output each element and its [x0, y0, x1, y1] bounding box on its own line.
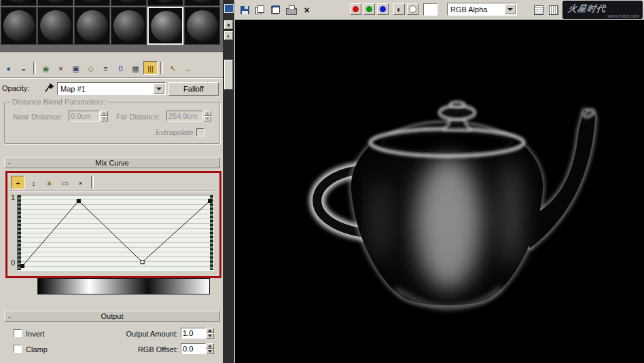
material-slot[interactable]	[147, 7, 183, 45]
material-slot[interactable]	[1, 0, 37, 6]
clear-icon[interactable]: ×	[300, 4, 313, 16]
show-end-result-icon[interactable]: |||	[143, 61, 158, 75]
material-slot[interactable]	[37, 0, 73, 6]
material-slot[interactable]	[74, 7, 110, 45]
clamp-label: Clamp	[26, 345, 48, 354]
render-viewport	[235, 20, 644, 363]
mix-curve-svg	[18, 195, 213, 270]
print-image-icon[interactable]	[285, 4, 298, 16]
go-forward-sibling-icon[interactable]: →	[181, 61, 195, 75]
rendered-frame-window: × ◐ RGB Alpha 火星时代 www.hxsd.com	[234, 0, 644, 363]
material-sphere-preview	[150, 0, 181, 3]
near-distance-spinner[interactable]	[101, 111, 108, 121]
distance-blend-group: Distance Blend Parameters: Near Distance…	[4, 102, 220, 144]
rgb-offset-spinner[interactable]	[207, 343, 214, 354]
add-point-icon[interactable]: ∗	[42, 176, 56, 189]
delete-point-icon[interactable]: ▭	[58, 176, 72, 189]
material-id-channel-icon[interactable]: 0	[113, 61, 128, 75]
sample-type-button[interactable]: ●	[224, 20, 233, 29]
make-unique-icon[interactable]: ◇	[84, 61, 98, 75]
eyedropper-icon[interactable]	[43, 81, 54, 95]
teapot-render	[277, 50, 610, 342]
put-to-library-icon[interactable]: ≡	[99, 61, 113, 75]
material-editor-panel: ●◒◉×▣◇≡0▦|||↖→ Opacity: Map #1 Falloff D…	[0, 0, 223, 363]
toolbar-divider	[0, 77, 223, 79]
output-rollout[interactable]: - Output	[4, 311, 220, 322]
material-sphere-preview	[40, 10, 71, 41]
reset-map-icon[interactable]: ×	[54, 61, 68, 75]
blue-channel-button[interactable]	[377, 3, 389, 15]
window-menu-icon[interactable]	[224, 4, 234, 13]
toolbar-separator	[160, 62, 163, 74]
show-map-in-viewport-icon[interactable]: ▦	[128, 61, 143, 75]
clamp-checkbox[interactable]	[14, 345, 22, 353]
make-material-copy-icon[interactable]: ▣	[69, 61, 83, 75]
alpha-channel-button[interactable]	[407, 3, 418, 15]
material-slot[interactable]	[111, 0, 147, 6]
material-sphere-preview	[3, 10, 35, 41]
backlight-button[interactable]: ◐	[224, 31, 233, 40]
material-sphere-preview	[187, 0, 218, 3]
material-sphere-preview	[113, 10, 145, 41]
scale-point-icon[interactable]: ↕	[26, 176, 41, 189]
toolbar-separator	[91, 176, 94, 189]
copy-image-icon[interactable]	[253, 4, 266, 16]
near-distance-field[interactable]	[69, 111, 100, 121]
save-image-icon[interactable]	[238, 4, 251, 16]
collapse-icon[interactable]: -	[8, 158, 11, 168]
material-sphere-preview	[77, 10, 108, 41]
assign-material-to-selection-icon[interactable]: ◉	[39, 61, 53, 75]
logo-url: www.hxsd.com	[607, 14, 639, 18]
far-distance-field[interactable]	[166, 111, 203, 121]
clone-window-icon[interactable]	[269, 4, 282, 16]
material-slot[interactable]	[111, 7, 147, 45]
rgb-offset-field[interactable]	[181, 343, 206, 354]
map-name: Map #1	[60, 85, 153, 93]
material-slot[interactable]	[147, 0, 183, 6]
extrapolate-label: Extrapolate	[156, 128, 194, 136]
hxsd-logo: 火星时代 www.hxsd.com	[562, 1, 643, 19]
green-channel-button[interactable]	[363, 3, 375, 15]
put-material-to-scene-icon[interactable]: ◒	[16, 61, 31, 75]
reset-curve-icon[interactable]: ×	[73, 176, 88, 189]
background-color-swatch[interactable]	[423, 3, 437, 16]
layout-a-icon[interactable]	[532, 4, 545, 16]
material-slot[interactable]	[1, 7, 37, 45]
map-type-button[interactable]: Falloff	[168, 82, 219, 96]
chevron-down-icon[interactable]	[154, 83, 164, 94]
extrapolate-checkbox[interactable]	[196, 128, 204, 136]
material-slot[interactable]	[184, 7, 220, 45]
material-sphere-preview	[3, 0, 35, 3]
output-amount-label: Output Amount:	[115, 330, 178, 338]
near-distance-label: Near Distance:	[13, 113, 62, 121]
move-point-icon[interactable]: +	[11, 176, 25, 189]
side-toolbar-button[interactable]	[224, 60, 233, 90]
output-amount-spinner[interactable]	[207, 328, 214, 339]
far-distance-spinner[interactable]	[204, 111, 211, 121]
material-slot[interactable]	[74, 0, 110, 6]
invert-checkbox[interactable]	[14, 329, 22, 337]
mix-curve-graph[interactable]	[17, 195, 214, 271]
window-gap: ● ◐	[223, 0, 234, 363]
material-slot[interactable]	[37, 7, 73, 45]
material-slot[interactable]	[184, 0, 220, 6]
get-material-icon[interactable]: ●	[1, 61, 16, 75]
mix-curve-rollout[interactable]: - Mix Curve	[4, 157, 220, 168]
logo-title: 火星时代	[567, 3, 607, 15]
material-sphere-preview	[77, 0, 108, 3]
group-title: Distance Blend Parameters:	[10, 98, 107, 106]
layout-b-icon[interactable]	[547, 4, 560, 16]
red-channel-button[interactable]	[350, 3, 361, 15]
collapse-icon[interactable]: -	[8, 311, 11, 321]
opacity-label: Opacity:	[2, 84, 29, 92]
channel-display-dropdown[interactable]: RGB Alpha	[447, 3, 517, 16]
map-name-dropdown[interactable]: Map #1	[57, 82, 166, 95]
monochrome-button[interactable]: ◐	[393, 3, 405, 15]
output-amount-field[interactable]	[181, 328, 206, 339]
material-sphere-preview	[187, 10, 218, 41]
mix-curve-title: Mix Curve	[95, 159, 129, 167]
go-to-parent-icon[interactable]: ↖	[166, 61, 180, 75]
curve-toolbar: +↕∗▭×	[9, 174, 215, 191]
y-tick-1: 1	[11, 193, 16, 202]
chevron-down-icon[interactable]	[505, 4, 516, 14]
